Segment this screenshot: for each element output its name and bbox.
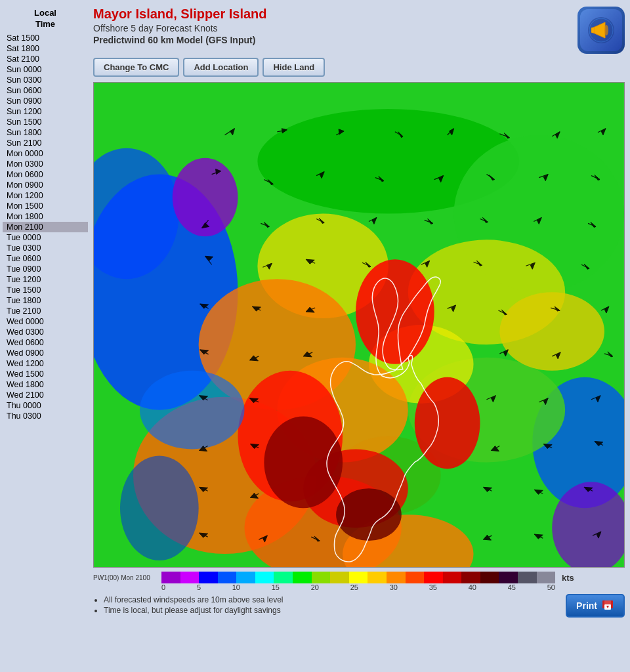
legend-segment <box>443 572 462 583</box>
legend-segment <box>349 572 368 583</box>
legend-segment <box>330 572 349 583</box>
svg-point-17 <box>499 292 604 371</box>
toolbar: Change To CMC Add Location Hide Land <box>93 58 625 77</box>
time-item[interactable]: Tue 1800 <box>3 295 88 306</box>
time-item[interactable]: Thu 0300 <box>3 411 88 421</box>
legend-segment <box>255 572 274 583</box>
legend-segment <box>199 572 218 583</box>
time-item[interactable]: Wed 0000 <box>3 316 88 327</box>
legend-segment <box>406 572 425 583</box>
legend-number: 0 <box>161 583 165 591</box>
svg-rect-166 <box>604 600 611 604</box>
kts-label: kts <box>562 573 574 583</box>
page-title: Mayor Island, Slipper Island <box>93 7 267 22</box>
legend-segment <box>461 572 480 583</box>
legend-number: 45 <box>508 583 516 591</box>
time-item[interactable]: Tue 1500 <box>3 285 88 295</box>
time-item[interactable]: Tue 0900 <box>3 264 88 274</box>
time-item[interactable]: Wed 1500 <box>3 369 88 379</box>
svg-rect-1 <box>591 28 595 33</box>
legend-segment <box>499 572 518 583</box>
legend-segment <box>537 572 556 583</box>
time-item[interactable]: Sat 1800 <box>3 43 88 54</box>
legend-segment <box>387 572 406 583</box>
time-item[interactable]: Mon 2100 <box>3 222 88 232</box>
time-item[interactable]: Tue 0300 <box>3 243 88 253</box>
print-label: Print <box>576 600 597 611</box>
svg-point-2 <box>604 25 608 35</box>
app-icon-svg <box>587 16 616 45</box>
legend-scale <box>161 572 555 583</box>
time-item[interactable]: Mon 0900 <box>3 180 88 190</box>
legend-segment <box>180 572 200 583</box>
add-location-button[interactable]: Add Location <box>183 58 259 77</box>
legend-segment <box>293 572 312 583</box>
time-item[interactable]: Mon 0300 <box>3 159 88 169</box>
time-item[interactable]: Thu 0000 <box>3 400 88 411</box>
legend-number: 20 <box>311 583 319 591</box>
header-row: Mayor Island, Slipper Island Offshore 5 … <box>93 7 625 54</box>
change-to-cmc-button[interactable]: Change To CMC <box>93 58 179 77</box>
note-item: Time is local, but please adjust for day… <box>104 606 566 615</box>
sidebar-header: Local Time <box>3 8 88 30</box>
time-item[interactable]: Sun 0900 <box>3 96 88 106</box>
legend-number: 5 <box>197 583 201 591</box>
legend-number: 30 <box>390 583 398 591</box>
app-icon[interactable] <box>578 7 625 54</box>
legend-label: PW1(00) Mon 2100 <box>93 574 159 581</box>
wind-map-svg: ⛵ <box>94 83 624 567</box>
time-item[interactable]: Sun 2100 <box>3 138 88 148</box>
time-item[interactable]: Sun 1500 <box>3 117 88 127</box>
time-item[interactable]: Tue 1200 <box>3 274 88 285</box>
time-item[interactable]: Wed 0300 <box>3 327 88 337</box>
time-item[interactable]: Tue 0600 <box>3 253 88 264</box>
legend-segment <box>518 572 537 583</box>
time-item[interactable]: Mon 0000 <box>3 148 88 159</box>
time-item[interactable]: Sat 2100 <box>3 54 88 64</box>
legend-number: 10 <box>232 583 240 591</box>
legend-segment <box>236 572 255 583</box>
time-item[interactable]: Wed 1800 <box>3 379 88 390</box>
legend-number: 35 <box>429 583 437 591</box>
time-item[interactable]: Sun 0300 <box>3 75 88 85</box>
print-icon <box>601 599 614 612</box>
legend-segment <box>274 572 293 583</box>
legend-segment <box>218 572 237 583</box>
wind-map[interactable]: ⛵ <box>93 82 625 568</box>
note-item: All forecasted windspeeds are 10m above … <box>104 595 566 604</box>
time-item[interactable]: Tue 2100 <box>3 306 88 316</box>
time-item[interactable]: Sun 0000 <box>3 64 88 75</box>
legend-segment <box>312 572 331 583</box>
time-item[interactable]: Wed 2100 <box>3 390 88 400</box>
print-button[interactable]: Print <box>566 594 625 618</box>
model-label: Predictwind 60 km Model (GFS Input) <box>93 35 267 45</box>
time-item[interactable]: Sat 1500 <box>3 33 88 43</box>
subtitle: Offshore 5 day Forecast Knots <box>93 23 267 33</box>
legend-numbers: 05101520253035404550 <box>161 583 555 591</box>
time-item[interactable]: Wed 0600 <box>3 337 88 348</box>
main-content: Mayor Island, Slipper Island Offshore 5 … <box>88 3 630 621</box>
svg-point-30 <box>120 455 199 560</box>
time-item[interactable]: Mon 1200 <box>3 190 88 201</box>
svg-point-24 <box>415 377 480 469</box>
legend-number: 15 <box>272 583 280 591</box>
bottom-row: All forecasted windspeeds are 10m above … <box>93 594 625 618</box>
time-item[interactable]: Mon 1800 <box>3 211 88 222</box>
title-block: Mayor Island, Slipper Island Offshore 5 … <box>93 7 267 45</box>
legend-number: 40 <box>469 583 476 591</box>
svg-point-23 <box>356 259 434 364</box>
time-item[interactable]: Sun 1200 <box>3 106 88 117</box>
hide-land-button[interactable]: Hide Land <box>262 58 325 77</box>
time-item[interactable]: Mon 0600 <box>3 169 88 180</box>
svg-point-28 <box>336 488 402 541</box>
time-item[interactable]: Sun 0600 <box>3 85 88 96</box>
legend-segment <box>368 572 387 583</box>
time-item[interactable]: Wed 1200 <box>3 358 88 369</box>
svg-point-27 <box>264 417 343 509</box>
time-item[interactable]: Tue 0000 <box>3 232 88 243</box>
time-item[interactable]: Sun 1800 <box>3 127 88 138</box>
legend-segment <box>480 572 499 583</box>
time-item[interactable]: Mon 1500 <box>3 201 88 211</box>
time-item[interactable]: Wed 0900 <box>3 348 88 358</box>
legend-segment <box>424 572 443 583</box>
